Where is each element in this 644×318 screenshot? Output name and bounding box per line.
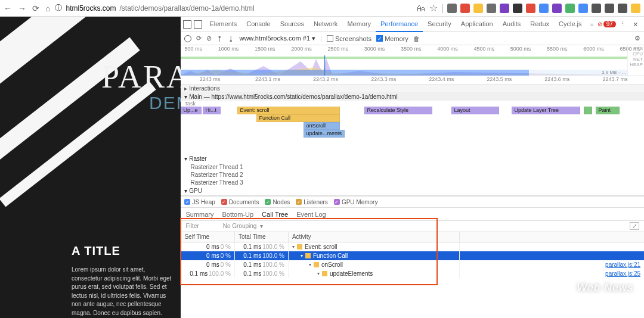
- flame-segment[interactable]: Paint: [596, 107, 620, 114]
- watermark: Web News: [553, 278, 633, 297]
- detail-tabs: SummaryBottom-UpCall TreeEvent Log: [181, 208, 644, 221]
- devtools-tab-network[interactable]: Network: [309, 17, 342, 32]
- error-count: 97: [603, 21, 616, 27]
- trash-icon[interactable]: 🗑: [413, 35, 420, 42]
- flame-segment[interactable]: [584, 107, 592, 114]
- timeline-overview[interactable]: 500 ms1000 ms1500 ms2000 ms2500 ms3000 m…: [181, 45, 644, 76]
- page-heading: PARAL: [101, 58, 181, 95]
- detail-ruler[interactable]: 2243 ms2243.1 ms2243.2 ms2243.3 ms2243.4…: [181, 76, 644, 85]
- extension-icon[interactable]: [513, 4, 522, 13]
- col-total-time[interactable]: Total Time: [234, 232, 288, 242]
- legend-item[interactable]: ✓JS Heap: [184, 199, 215, 205]
- flame-segment[interactable]: onScroll: [304, 122, 340, 130]
- detail-tab[interactable]: Event Log: [296, 211, 326, 218]
- overflow-icon[interactable]: »: [588, 21, 596, 28]
- table-row[interactable]: 0.1 ms100.0 %0.1 ms100.0 %▾updateElement…: [181, 269, 644, 278]
- extension-icon[interactable]: [592, 4, 601, 13]
- screenshots-checkbox[interactable]: Screenshots: [327, 35, 371, 42]
- device-icon[interactable]: [194, 20, 202, 29]
- url-host: html5rocks.com: [66, 4, 116, 13]
- col-self-time[interactable]: Self Time: [181, 232, 234, 242]
- col-activity[interactable]: Activity: [288, 232, 459, 242]
- grouping-select[interactable]: No Grouping ▾: [223, 223, 263, 229]
- page-content: PARAL DEM A TITLE Lorem ipsum dolor sit …: [0, 17, 181, 318]
- error-icon[interactable]: ⊘: [597, 21, 602, 27]
- info-icon: ⓘ: [55, 3, 62, 13]
- extension-icon[interactable]: [552, 4, 562, 13]
- devtools-tab-application[interactable]: Application: [456, 17, 498, 32]
- devtools-tab-security[interactable]: Security: [423, 17, 456, 32]
- legend-item[interactable]: ✓Documents: [221, 199, 259, 205]
- star-icon[interactable]: ☆: [429, 2, 438, 14]
- back-icon[interactable]: ←: [4, 4, 12, 13]
- table-row[interactable]: 0 ms0 %0.1 ms100.0 %▾onScrollparallax.js…: [181, 260, 644, 269]
- reload-icon[interactable]: ⟳: [32, 4, 39, 13]
- extension-icon[interactable]: [526, 4, 535, 13]
- reload-record-icon[interactable]: ⟳: [196, 35, 202, 42]
- gear-icon[interactable]: ⚙: [634, 35, 640, 42]
- devtools-tab-sources[interactable]: Sources: [275, 17, 309, 32]
- devtools-panel: ElementsConsoleSourcesNetworkMemoryPerfo…: [181, 17, 644, 318]
- detail-tab[interactable]: Call Tree: [262, 211, 288, 218]
- flame-segment[interactable]: update...ments: [304, 130, 345, 138]
- extension-icon[interactable]: [618, 4, 627, 13]
- legend-item[interactable]: ✓Nodes: [265, 199, 290, 205]
- devtools-tab-redux[interactable]: Redux: [525, 17, 554, 32]
- devtools-tab-elements[interactable]: Elements: [205, 17, 242, 32]
- flame-segment[interactable]: Hi...t: [203, 107, 221, 114]
- memory-legend: ✓JS Heap✓Documents✓Nodes✓Listeners✓GPU M…: [181, 196, 644, 208]
- address-bar[interactable]: ⓘ html5rocks.com/static/demos/parallax/d…: [55, 3, 270, 13]
- devtools-tab-console[interactable]: Console: [242, 17, 275, 32]
- home-icon[interactable]: ⌂: [45, 4, 50, 13]
- flame-segment[interactable]: Update Layer Tree: [512, 107, 580, 114]
- load-icon[interactable]: ⭱: [216, 35, 223, 42]
- legend-item[interactable]: ✓Listeners: [296, 199, 328, 205]
- extension-icon[interactable]: [565, 4, 575, 13]
- url-path: /static/demos/parallax/demo-1a/demo.html: [120, 4, 255, 13]
- extension-icon[interactable]: [631, 4, 640, 13]
- extension-icon[interactable]: [605, 4, 614, 13]
- nav-icons: ← → ⟳ ⌂: [4, 4, 50, 13]
- extension-icon[interactable]: [473, 4, 483, 13]
- save-icon[interactable]: ⭳: [228, 35, 234, 42]
- call-tree-table[interactable]: Self Time Total Time Activity 0 ms0 %0.1…: [181, 232, 644, 278]
- extension-icon[interactable]: [539, 4, 549, 13]
- devtools-tab-performance[interactable]: Performance: [376, 17, 423, 32]
- extension-icon[interactable]: [447, 4, 457, 13]
- close-icon[interactable]: ×: [630, 20, 642, 29]
- flame-segment[interactable]: Recalculate Style: [364, 107, 432, 114]
- watermark-icon: [553, 278, 572, 297]
- forward-icon[interactable]: →: [18, 4, 26, 13]
- profile-select[interactable]: www.html5rocks.com #1 ▾: [239, 35, 315, 42]
- table-row[interactable]: 0 ms0 %0.1 ms100.0 %▾Function Call: [181, 251, 644, 260]
- more-icon[interactable]: ⋮: [617, 20, 628, 28]
- browser-toolbar: ← → ⟳ ⌂ ⓘ html5rocks.com/static/demos/pa…: [0, 0, 644, 17]
- flame-segment[interactable]: Up...e: [181, 107, 202, 114]
- expand-icon[interactable]: ⤢: [630, 222, 639, 230]
- extension-icon[interactable]: [578, 4, 588, 13]
- extension-icon[interactable]: [487, 4, 496, 13]
- flame-segment[interactable]: Function Call: [256, 114, 340, 122]
- raster-thread[interactable]: Rasterizer Thread 2: [181, 171, 644, 179]
- extension-icon[interactable]: [500, 4, 509, 13]
- clear-icon[interactable]: ⊘: [206, 35, 212, 42]
- detail-tab[interactable]: Summary: [185, 211, 213, 218]
- detail-tab[interactable]: Bottom-Up: [222, 211, 254, 218]
- extension-icon[interactable]: [460, 4, 470, 13]
- translate-icon[interactable]: 🗛: [416, 3, 426, 14]
- flame-segment[interactable]: Event: scroll: [237, 107, 340, 114]
- raster-thread[interactable]: Rasterizer Thread 3: [181, 179, 644, 186]
- devtools-tab-memory[interactable]: Memory: [342, 17, 376, 32]
- filter-input[interactable]: Filter: [185, 223, 199, 229]
- devtools-tab-audits[interactable]: Audits: [498, 17, 526, 32]
- table-row[interactable]: 0 ms0 %0.1 ms100.0 %▾Event: scroll: [181, 242, 644, 252]
- devtools-tab-cycle.js[interactable]: Cycle.js: [554, 17, 587, 32]
- record-icon[interactable]: [184, 35, 191, 42]
- flame-chart[interactable]: ▸ Interactions ▾ Main — https://www.html…: [181, 85, 644, 196]
- raster-thread[interactable]: Rasterizer Thread 1: [181, 163, 644, 171]
- inspect-icon[interactable]: [183, 20, 191, 29]
- memory-checkbox[interactable]: ✓Memory: [376, 35, 408, 42]
- flame-segment[interactable]: Layout: [451, 107, 499, 114]
- legend-item[interactable]: ✓GPU Memory: [334, 199, 378, 205]
- filter-row: Filter No Grouping ▾ ⤢: [181, 221, 644, 232]
